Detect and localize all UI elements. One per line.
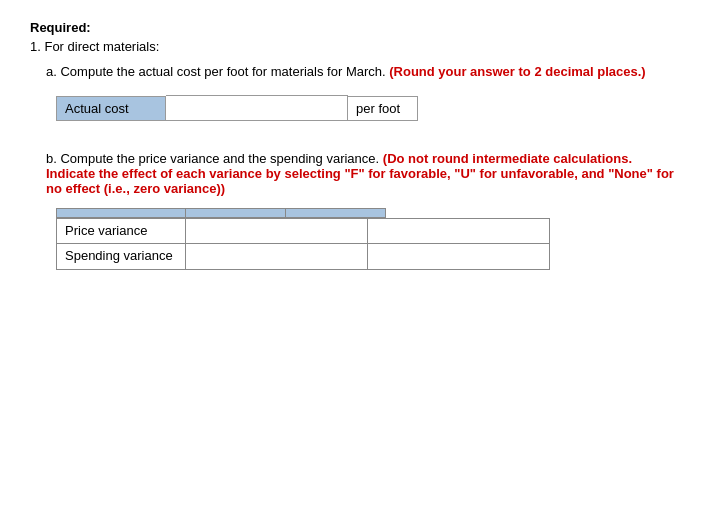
spending-variance-input1[interactable] [186, 244, 368, 270]
price-variance-input2[interactable] [368, 218, 550, 244]
header-empty [56, 208, 186, 218]
price-variance-label: Price variance [56, 218, 186, 244]
part-a-text: Compute the actual cost per foot for mat… [60, 64, 385, 79]
part-a-emphasis: (Round your answer to 2 decimal places.) [389, 64, 645, 79]
actual-cost-row: Actual cost per foot [56, 95, 680, 121]
actual-cost-label: Actual cost [56, 96, 166, 121]
part-b-section: b. Compute the price variance and the sp… [46, 151, 680, 270]
spending-variance-row: Spending variance [56, 244, 680, 270]
part-b-question: b. Compute the price variance and the sp… [46, 151, 680, 196]
per-foot-label: per foot [348, 96, 418, 121]
price-variance-row: Price variance [56, 218, 680, 244]
spending-variance-label: Spending variance [56, 244, 186, 270]
required-subtitle: 1. For direct materials: [30, 39, 680, 54]
spending-variance-input2[interactable] [368, 244, 550, 270]
variance-table-header [56, 208, 680, 218]
part-b-text: Compute the price variance and the spend… [60, 151, 379, 166]
part-a-label: a. [46, 64, 60, 79]
actual-cost-input[interactable] [166, 95, 348, 121]
header-col2 [286, 208, 386, 218]
required-title: Required: [30, 20, 680, 35]
part-b-label: b. [46, 151, 60, 166]
header-col1 [186, 208, 286, 218]
price-variance-input1[interactable] [186, 218, 368, 244]
variance-table: Price variance Spending variance [46, 208, 680, 270]
part-a-question: a. Compute the actual cost per foot for … [46, 64, 680, 79]
